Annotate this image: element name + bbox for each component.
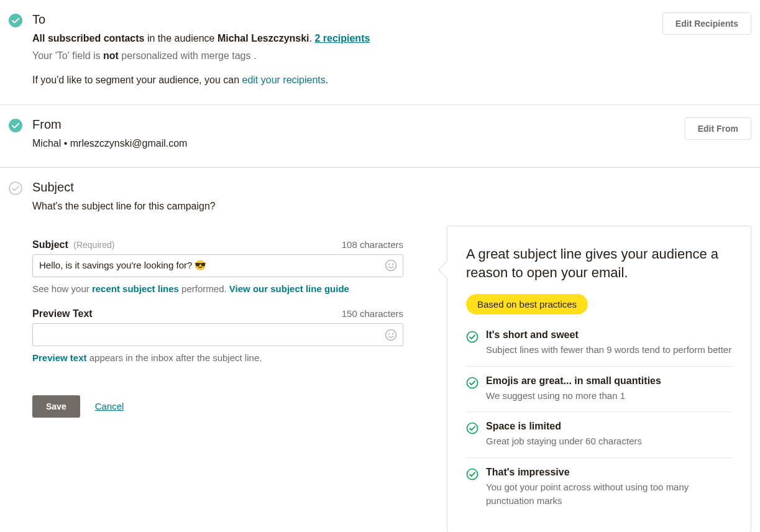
subject-input[interactable] (32, 254, 403, 277)
subject-form: Subject (Required) 108 characters See ho… (32, 239, 403, 532)
subject-body: Subject What's the subject line for this… (32, 180, 751, 532)
recent-subject-lines-link[interactable]: recent subject lines (92, 283, 179, 294)
tip-title: It's short and sweet (486, 329, 731, 341)
check-circle-icon (466, 375, 478, 403)
to-title: To (32, 12, 650, 27)
emoji-icon (385, 259, 397, 272)
to-personalization-bold: not (103, 50, 119, 61)
save-button[interactable]: Save (32, 395, 80, 418)
to-segment-pre: If you'd like to segment your audience, … (32, 75, 242, 85)
from-detail: Michal • mrleszczynski@gmail.com (32, 135, 672, 152)
subject-status-col (9, 180, 32, 195)
to-segment-post: . (326, 75, 328, 85)
svg-point-3 (386, 260, 396, 271)
subject-required: (Required) (73, 240, 114, 250)
check-circle-icon (466, 421, 478, 449)
subject-char-count: 108 characters (342, 239, 403, 250)
svg-point-7 (388, 333, 390, 334)
to-segment-link[interactable]: edit your recipients (242, 75, 325, 85)
check-circle-icon (466, 467, 478, 508)
from-title: From (32, 117, 672, 132)
svg-point-2 (9, 182, 22, 195)
best-practices-pill: Based on best practices (466, 294, 588, 314)
check-filled-icon (9, 14, 22, 27)
emoji-icon (385, 329, 397, 341)
from-action-col: Edit From (672, 117, 751, 140)
preview-char-count: 150 characters (342, 308, 403, 319)
tip-item: Space is limited Great job staying under… (466, 412, 732, 458)
tip-desc: You got your point across without using … (486, 480, 732, 508)
preview-text-link[interactable]: Preview text (32, 352, 87, 363)
svg-point-4 (388, 264, 390, 265)
to-segment-line: If you'd like to segment your audience, … (32, 72, 650, 88)
subject-input-wrap (32, 254, 403, 277)
tips-panel: A great subject line gives your audience… (447, 226, 751, 532)
subject-help-pre: See how your (32, 283, 92, 294)
cancel-link[interactable]: Cancel (95, 401, 124, 411)
preview-input-wrap (32, 323, 403, 346)
subject-help-mid: performed. (179, 283, 229, 294)
subject-prompt: What's the subject line for this campaig… (32, 198, 751, 214)
to-section: To All subscribed contacts in the audien… (0, 0, 760, 105)
subject-line-guide-link[interactable]: View our subject line guide (229, 283, 349, 294)
preview-field-header: Preview Text 150 characters (32, 308, 403, 319)
panel-heading: A great subject line gives your audience… (466, 245, 732, 282)
subject-section: Subject What's the subject line for this… (0, 168, 760, 532)
emoji-picker-button[interactable] (385, 328, 398, 342)
to-personalization-pre: Your 'To' field is (32, 50, 103, 61)
tip-desc: Great job staying under 60 characters (486, 434, 642, 449)
subject-title: Subject (32, 180, 751, 195)
subject-help-line: See how your recent subject lines perfor… (32, 282, 403, 296)
preview-label: Preview Text (32, 308, 93, 319)
subject-label: Subject (32, 239, 68, 250)
edit-from-button[interactable]: Edit From (685, 117, 751, 140)
edit-recipients-button[interactable]: Edit Recipients (662, 12, 751, 35)
to-recipients-link[interactable]: 2 recipients (314, 33, 370, 44)
check-filled-icon (9, 119, 22, 132)
from-section: From Michal • mrleszczynski@gmail.com Ed… (0, 105, 760, 168)
to-contacts-bold: All subscribed contacts (32, 33, 145, 44)
preview-help-post: appears in the inbox after the subject l… (87, 352, 262, 363)
tip-title: That's impressive (486, 467, 732, 478)
tip-title: Emojis are great... in small quantities (486, 375, 661, 387)
tip-item: That's impressive You got your point acr… (466, 458, 732, 517)
tips-panel-col: A great subject line gives your audience… (403, 226, 751, 532)
to-body: To All subscribed contacts in the audien… (32, 12, 650, 89)
tip-title: Space is limited (486, 421, 642, 432)
svg-point-6 (386, 329, 396, 340)
emoji-picker-button[interactable] (385, 259, 398, 272)
to-action-col: Edit Recipients (650, 12, 751, 35)
svg-point-5 (392, 264, 393, 265)
svg-point-0 (9, 14, 22, 27)
svg-point-12 (467, 469, 478, 479)
preview-input[interactable] (32, 323, 403, 346)
to-in-audience: in the audience (145, 33, 217, 44)
panel-arrow-icon (438, 261, 456, 278)
svg-point-9 (467, 332, 478, 342)
to-audience-name: Michal Leszczynski (217, 33, 309, 44)
subject-field-header: Subject (Required) 108 characters (32, 239, 403, 250)
tip-item: Emojis are great... in small quantities … (466, 367, 732, 413)
from-body: From Michal • mrleszczynski@gmail.com (32, 117, 672, 153)
to-contacts-line: All subscribed contacts in the audience … (32, 30, 650, 47)
to-personalization-line: Your 'To' field is not personalized with… (32, 48, 650, 64)
button-row: Save Cancel (32, 395, 403, 418)
tip-desc: We suggest using no more than 1 (486, 389, 661, 403)
svg-point-1 (9, 119, 22, 132)
to-status-col (9, 12, 32, 27)
svg-point-11 (467, 423, 478, 434)
check-outline-icon (9, 181, 22, 195)
svg-point-10 (467, 377, 478, 388)
preview-help-line: Preview text appears in the inbox after … (32, 351, 403, 365)
to-personalization-post: personalized with merge tags . (119, 50, 256, 61)
svg-point-8 (392, 333, 393, 334)
tip-item: It's short and sweet Subject lines with … (466, 329, 732, 367)
from-status-col (9, 117, 32, 132)
check-circle-icon (466, 329, 478, 357)
tip-desc: Subject lines with fewer than 9 words te… (486, 343, 731, 357)
